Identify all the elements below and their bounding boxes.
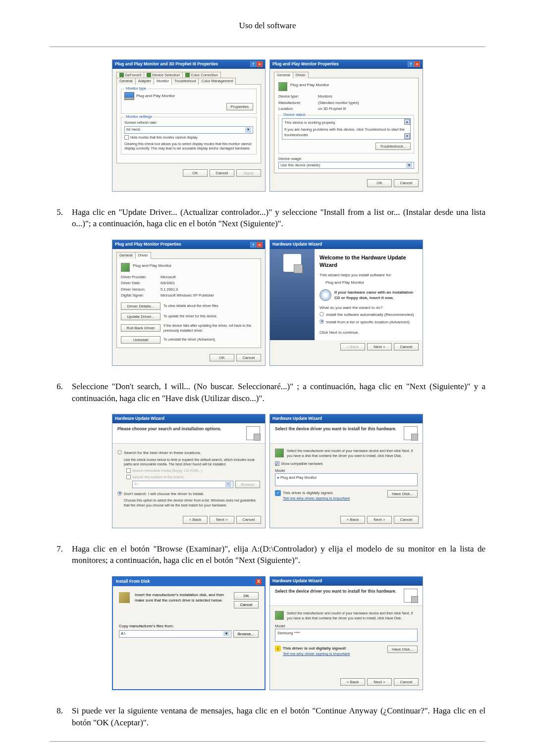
ok-button[interactable]: OK <box>234 592 259 600</box>
driver-details-button[interactable]: Driver Details... <box>121 302 160 310</box>
hide-modes-checkbox[interactable] <box>124 135 129 140</box>
have-disk-button[interactable]: Have Disk... <box>387 646 418 653</box>
help-icon[interactable]: ? <box>250 61 256 67</box>
close-icon[interactable]: X <box>256 579 262 585</box>
check-removable <box>126 468 131 473</box>
scroll-down-icon[interactable]: ▾ <box>404 133 410 139</box>
tab-geforce3[interactable]: GeForce3 <box>116 72 144 79</box>
pnp-icon <box>278 82 287 91</box>
wizard-welcome-title: Welcome to the Hardware Update Wizard <box>320 254 418 269</box>
model-listbox[interactable]: ▸ Plug and Play Monitor <box>275 473 418 486</box>
back-button[interactable]: < Back <box>183 516 208 523</box>
back-button: < Back <box>340 343 365 351</box>
screenshot-row-4: Install From Disk X Insert the manufactu… <box>50 576 485 690</box>
install-from-disk-dialog: Install From Disk X Insert the manufactu… <box>112 576 266 690</box>
cancel-button[interactable]: Cancel <box>234 601 259 608</box>
hide-modes-label: Hide modes that this monitor cannot disp… <box>130 135 198 140</box>
uninstall-button[interactable]: Uninstall <box>121 336 160 344</box>
update-driver-button[interactable]: Update Driver... <box>121 313 160 320</box>
ok-button[interactable]: OK <box>210 354 234 361</box>
chevron-down-icon: ▾ <box>223 631 229 637</box>
troubleshoot-button[interactable]: Troubleshoot... <box>375 143 411 150</box>
tab-device-selection[interactable]: Device Selection <box>144 72 183 79</box>
wizard-icon <box>404 426 418 440</box>
tab-driver[interactable]: Driver <box>135 252 151 259</box>
show-compatible-checkbox[interactable]: ✓ <box>275 461 279 466</box>
tab-general[interactable]: General <box>116 252 136 259</box>
wizard-icon <box>404 589 418 603</box>
device-usage-dropdown[interactable]: Use this device (enable)▾ <box>278 162 414 169</box>
tab-general[interactable]: General <box>116 78 136 85</box>
cancel-button[interactable]: Cancel <box>236 354 261 361</box>
monitor-properties-driver-dialog: Plug and Play Monitor Properties ?× Gene… <box>112 240 266 366</box>
refresh-rate-label: Screen refresh rate: <box>124 120 253 126</box>
apply-button: Apply <box>236 169 261 177</box>
monitor-type-legend: Monitor type <box>124 86 148 92</box>
cancel-button[interactable]: Cancel <box>394 516 419 523</box>
instruction-step-8: 8. Si puede ver la siguiente ventana de … <box>50 705 485 729</box>
pnp-icon <box>275 449 284 457</box>
copy-from-dropdown[interactable]: A:\▾ <box>119 630 231 638</box>
tab-monitor[interactable]: Monitor <box>154 78 172 85</box>
tab-color-management[interactable]: Color Management <box>198 78 236 85</box>
monitor-settings-legend: Monitor settings <box>124 114 154 120</box>
cancel-button[interactable]: Cancel <box>394 179 419 187</box>
refresh-rate-dropdown[interactable]: 60 Hertz▾ <box>124 126 253 134</box>
close-icon[interactable]: × <box>414 61 420 67</box>
rollback-driver-button[interactable]: Roll Back Driver <box>121 324 160 332</box>
have-disk-button[interactable]: Have Disk... <box>387 490 418 498</box>
tab-troubleshoot[interactable]: Troubleshoot <box>171 78 199 85</box>
browse-button[interactable]: Browse... <box>233 630 259 638</box>
next-button[interactable]: Next > <box>367 678 392 686</box>
monitor-properties-general-dialog: Plug and Play Monitor Properties ? × Gen… <box>269 59 423 192</box>
model-listbox[interactable]: Samsung **** <box>275 629 418 642</box>
cancel-button[interactable]: Cancel <box>210 169 234 177</box>
page-header: Uso del software <box>50 20 485 32</box>
cancel-button[interactable]: Cancel <box>394 678 419 686</box>
tab-driver[interactable]: Driver <box>293 72 309 79</box>
help-icon[interactable]: ? <box>250 242 256 248</box>
screenshot-row-1: Plug and Play Monitor and 3D Prophet III… <box>50 59 485 192</box>
wizard-icon <box>283 254 301 272</box>
display-properties-dialog: Plug and Play Monitor and 3D Prophet III… <box>112 59 266 192</box>
dialog-titlebar: Plug and Play Monitor and 3D Prophet III… <box>112 60 265 69</box>
radio-search-best[interactable] <box>117 450 122 454</box>
next-button[interactable]: Next > <box>210 516 234 523</box>
browse-button: Browse <box>235 481 260 488</box>
ok-button[interactable]: OK <box>183 169 208 177</box>
device-status-legend: Device status <box>282 112 307 118</box>
next-button[interactable]: Next > <box>367 516 392 523</box>
wizard-header: Please choose your search and installati… <box>117 426 221 432</box>
back-button[interactable]: < Back <box>340 678 365 686</box>
wizard-select-driver-samsung-dialog: Hardware Update Wizard Select the device… <box>269 576 423 690</box>
cancel-button[interactable]: Cancel <box>236 516 261 523</box>
properties-button[interactable]: Properties <box>226 103 253 110</box>
screenshot-row-3: Hardware Update Wizard Please choose you… <box>50 414 485 528</box>
tab-adapter[interactable]: Adapter <box>135 78 154 85</box>
hardware-update-wizard-welcome: Hardware Update Wizard Welcome to the Ha… <box>269 240 423 366</box>
instruction-step-7: 7. Haga clic en el botón "Browse (Examin… <box>50 543 485 567</box>
signed-icon: ✓ <box>275 490 281 496</box>
pnp-icon <box>121 263 130 272</box>
radio-auto-install[interactable] <box>320 312 324 316</box>
next-button[interactable]: Next > <box>367 343 392 351</box>
close-icon[interactable]: × <box>257 61 263 67</box>
back-button[interactable]: < Back <box>340 516 365 523</box>
dialog-title-text: Plug and Play Monitor and 3D Prophet III… <box>115 61 218 67</box>
cancel-button[interactable]: Cancel <box>394 343 419 351</box>
signing-info-link[interactable]: Tell me why driver signing is important <box>283 496 350 501</box>
tab-color-correction[interactable]: Color Correction <box>182 72 221 79</box>
help-icon[interactable]: ? <box>408 61 414 67</box>
check-include-location <box>126 475 131 479</box>
scroll-up-icon[interactable]: ▴ <box>404 119 410 125</box>
signing-info-link[interactable]: Tell me why driver signing is important <box>283 651 350 656</box>
monitor-icon <box>124 92 134 100</box>
monitor-type-value: Plug and Play Monitor <box>136 94 175 98</box>
radio-install-from-list[interactable] <box>320 319 324 324</box>
tab-general[interactable]: General <box>274 72 293 79</box>
close-icon[interactable]: × <box>257 242 263 248</box>
ok-button[interactable]: OK <box>367 179 392 187</box>
radio-dont-search[interactable] <box>117 491 122 496</box>
wizard-select-driver-dialog: Hardware Update Wizard Select the device… <box>269 414 423 528</box>
chevron-down-icon: ▾ <box>245 127 251 133</box>
